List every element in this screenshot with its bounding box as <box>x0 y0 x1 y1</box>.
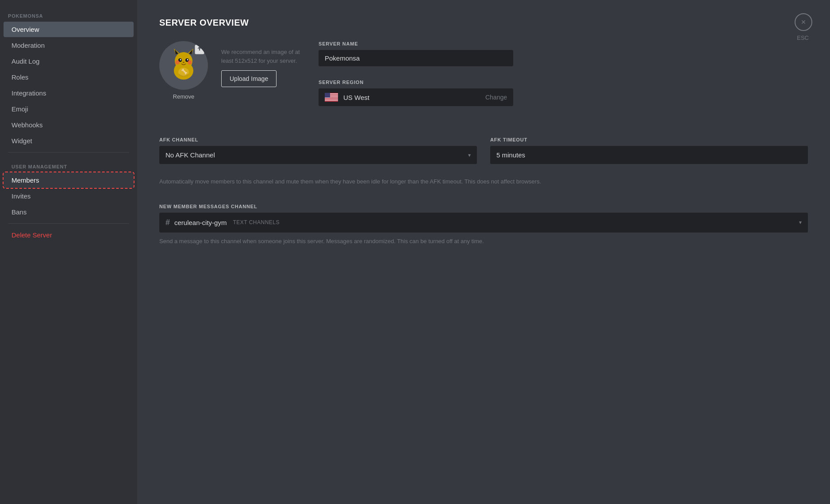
sidebar-item-bans[interactable]: Bans <box>4 204 134 220</box>
svg-rect-23 <box>325 98 338 99</box>
region-row: US West Change <box>319 88 513 106</box>
channel-name: cerulean-city-gym <box>174 219 227 226</box>
afk-timeout-display: 5 minutes <box>490 146 808 164</box>
sidebar-divider-2 <box>8 223 129 224</box>
user-management-section-label: USER MANAGEMENT <box>4 156 134 172</box>
sidebar-item-members[interactable]: Members <box>4 172 134 188</box>
new-member-description: Send a message to this channel when some… <box>159 237 808 246</box>
server-icon-section: 🦴 Remove We recommend an image of at lea… <box>159 41 301 100</box>
svg-rect-27 <box>325 101 338 102</box>
svg-rect-26 <box>325 100 338 101</box>
esc-label: ESC <box>797 34 809 41</box>
svg-rect-28 <box>325 93 330 98</box>
sidebar-item-audit-log[interactable]: Audit Log <box>4 53 134 69</box>
svg-point-8 <box>180 59 181 61</box>
top-section: 🦴 Remove We recommend an image of at lea… <box>159 41 808 119</box>
svg-rect-22 <box>325 98 338 99</box>
upload-section: We recommend an image of at least 512x51… <box>221 41 301 87</box>
server-icon-wrapper: 🦴 Remove <box>159 41 208 100</box>
afk-description: Automatically move members to this chann… <box>159 177 808 186</box>
upload-hint: We recommend an image of at least 512x51… <box>221 48 301 65</box>
page-title: SERVER OVERVIEW <box>159 18 808 28</box>
upload-image-button[interactable]: Upload Image <box>221 70 277 87</box>
afk-timeout-label: AFK TIMEOUT <box>490 137 808 142</box>
svg-rect-24 <box>325 99 338 100</box>
svg-rect-25 <box>325 99 338 100</box>
afk-channel-col: AFK CHANNEL No AFK Channel ▾ <box>159 137 477 164</box>
afk-channel-select-wrapper: No AFK Channel ▾ <box>159 146 477 164</box>
server-name-label: SERVER NAME <box>319 41 513 46</box>
svg-point-10 <box>183 62 184 63</box>
sidebar-item-roles[interactable]: Roles <box>4 69 134 85</box>
server-name-input[interactable] <box>319 50 513 66</box>
afk-timeout-col: AFK TIMEOUT 5 minutes <box>490 137 808 164</box>
sidebar-divider <box>8 152 129 153</box>
svg-point-12 <box>188 60 192 65</box>
afk-section: AFK CHANNEL No AFK Channel ▾ AFK TIMEOUT… <box>159 137 808 164</box>
channel-row[interactable]: # cerulean-city-gym TEXT CHANNELS ▾ <box>159 213 808 233</box>
close-button[interactable]: × <box>795 13 812 31</box>
svg-text:🦴: 🦴 <box>181 68 188 75</box>
sidebar: POKEMONSA Overview Moderation Audit Log … <box>0 0 137 504</box>
afk-channel-label: AFK CHANNEL <box>159 137 477 142</box>
svg-point-9 <box>187 59 188 61</box>
sidebar-item-moderation[interactable]: Moderation <box>4 38 134 53</box>
right-panel: SERVER NAME SERVER REGION <box>319 41 513 119</box>
server-name-label: POKEMONSA <box>0 9 137 21</box>
server-region-field: SERVER REGION <box>319 80 513 106</box>
server-region-label: SERVER REGION <box>319 80 513 85</box>
sidebar-item-overview[interactable]: Overview <box>4 22 134 37</box>
new-member-channel-label: NEW MEMBER MESSAGES CHANNEL <box>159 204 808 209</box>
upload-small-icon <box>193 41 206 67</box>
sidebar-item-invites[interactable]: Invites <box>4 188 134 204</box>
channel-chevron-down-icon: ▾ <box>799 219 802 225</box>
afk-channel-select[interactable]: No AFK Channel <box>159 146 477 164</box>
sidebar-item-integrations[interactable]: Integrations <box>4 85 134 101</box>
sidebar-item-delete-server[interactable]: Delete Server <box>4 227 134 243</box>
main-content: SERVER OVERVIEW <box>137 0 830 504</box>
remove-label[interactable]: Remove <box>173 93 194 100</box>
upload-icon-button[interactable] <box>193 43 206 56</box>
svg-point-11 <box>175 60 180 65</box>
change-region-button[interactable]: Change <box>485 94 507 101</box>
channel-type: TEXT CHANNELS <box>233 219 280 225</box>
sidebar-item-webhooks[interactable]: Webhooks <box>4 117 134 133</box>
channel-hash-icon: # <box>165 218 170 227</box>
sidebar-item-emoji[interactable]: Emoji <box>4 101 134 117</box>
server-name-field: SERVER NAME <box>319 41 513 66</box>
new-member-channel-section: NEW MEMBER MESSAGES CHANNEL # cerulean-c… <box>159 204 808 246</box>
server-icon-circle[interactable]: 🦴 <box>159 41 208 90</box>
region-name: US West <box>343 94 480 101</box>
sidebar-item-widget[interactable]: Widget <box>4 133 134 149</box>
us-flag-icon <box>325 93 338 102</box>
